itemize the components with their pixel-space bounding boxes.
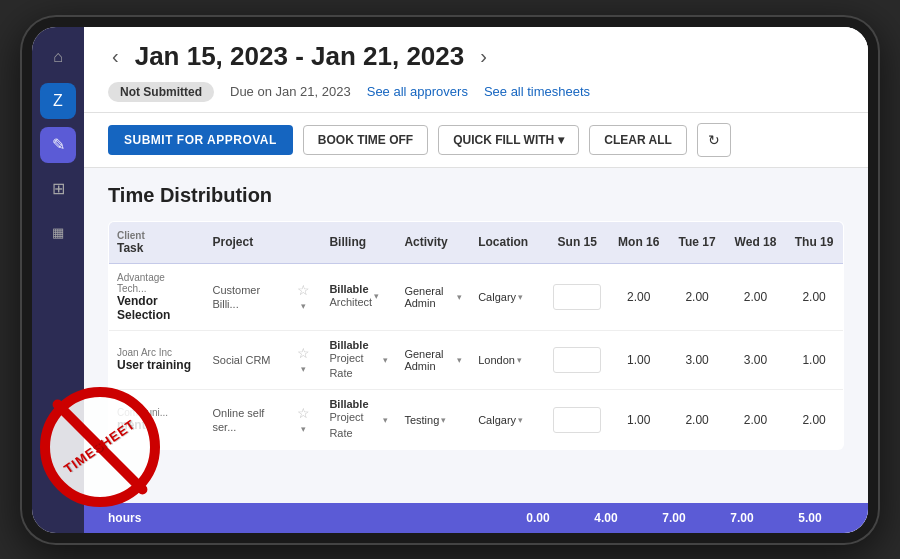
cell-project-2: Online self ser... <box>204 390 285 450</box>
cell-billing-1: Billable Project Rate ▾ <box>321 330 396 390</box>
due-date-text: Due on Jan 21, 2023 <box>230 84 351 99</box>
col-header-activity: Activity <box>396 221 470 263</box>
sidebar-item-edit[interactable]: ✎ <box>40 127 76 163</box>
cell-wed18-2: 2.00 <box>726 390 785 450</box>
tablet-frame: ⌂ Z ✎ ⊞ ▦ ‹ Jan 15, 2023 - Jan 21, 2023 … <box>20 15 880 545</box>
chevron-down-icon: ▾ <box>558 133 564 147</box>
cell-project-1: Social CRM <box>204 330 285 390</box>
cell-location-2[interactable]: Calgary ▾ <box>470 390 545 450</box>
col-header-thu19: Thu 19 <box>785 221 843 263</box>
cell-billing-2: Billable Project Rate ▾ <box>321 390 396 450</box>
cell-wed18-0: 2.00 <box>726 263 785 330</box>
cell-activity-0[interactable]: General Admin ▾ <box>396 263 470 330</box>
billing-dropdown-arrow[interactable]: ▾ <box>301 424 306 434</box>
star-icon[interactable]: ☆ <box>297 405 310 421</box>
prev-arrow-button[interactable]: ‹ <box>108 45 123 68</box>
next-arrow-button[interactable]: › <box>476 45 491 68</box>
cell-project-0: Customer Billi... <box>204 263 285 330</box>
activity-arrow-icon[interactable]: ▾ <box>441 415 446 425</box>
table-header-row: Client Task Project Billing Activity Loc… <box>109 221 844 263</box>
billing-dropdown-arrow[interactable]: ▾ <box>301 301 306 311</box>
activity-arrow-icon[interactable]: ▾ <box>457 292 462 302</box>
activity-arrow-icon[interactable]: ▾ <box>457 355 462 365</box>
billing-arrow-icon[interactable]: ▾ <box>374 291 379 301</box>
cell-client-task-1: Joan Arc Inc User training <box>109 330 205 390</box>
col-header-mon16: Mon 16 <box>609 221 668 263</box>
hours-input-sun15[interactable] <box>553 284 601 310</box>
see-all-timesheets-link[interactable]: See all timesheets <box>484 84 590 99</box>
cell-sun15-1[interactable] <box>545 330 609 390</box>
cell-mon16-2: 1.00 <box>609 390 668 450</box>
col-header-tue17: Tue 17 <box>668 221 726 263</box>
cell-mon16-1: 1.00 <box>609 330 668 390</box>
footer-total-0: 0.00 <box>504 511 572 525</box>
footer-total-3: 7.00 <box>708 511 776 525</box>
table-row: Joan Arc Inc User training Social CRM ☆ … <box>109 330 844 390</box>
col-header-billing: Billing <box>321 221 396 263</box>
hours-input-sun15[interactable] <box>553 347 601 373</box>
see-all-approvers-link[interactable]: See all approvers <box>367 84 468 99</box>
clear-all-button[interactable]: CLEAR ALL <box>589 125 687 155</box>
status-row: Not Submitted Due on Jan 21, 2023 See al… <box>108 82 844 102</box>
table-row: Communi... ment Online self ser... ☆ ▾ B… <box>109 390 844 450</box>
date-range-title: Jan 15, 2023 - Jan 21, 2023 <box>135 41 465 72</box>
content-area: Time Distribution Client Task Project Bi… <box>84 168 868 503</box>
footer-total-2: 7.00 <box>640 511 708 525</box>
col-header-wed18: Wed 18 <box>726 221 785 263</box>
cell-tue17-1: 3.00 <box>668 330 726 390</box>
location-arrow-icon[interactable]: ▾ <box>518 292 523 302</box>
quick-fill-button[interactable]: QUICK FILL WITH ▾ <box>438 125 579 155</box>
refresh-button[interactable]: ↻ <box>697 123 731 157</box>
table-row: Advantage Tech... Vendor Selection Custo… <box>109 263 844 330</box>
sidebar-item-home[interactable]: ⌂ <box>40 39 76 75</box>
star-icon[interactable]: ☆ <box>297 345 310 361</box>
cell-wed18-1: 3.00 <box>726 330 785 390</box>
cell-thu19-0: 2.00 <box>785 263 843 330</box>
footer-hours-label: hours <box>108 511 308 525</box>
cell-star-0[interactable]: ☆ ▾ <box>285 263 321 330</box>
col-header-location: Location <box>470 221 545 263</box>
sidebar-item-z[interactable]: Z <box>40 83 76 119</box>
hours-input-sun15[interactable] <box>553 407 601 433</box>
toolbar: SUBMIT FOR APPROVAL BOOK TIME OFF QUICK … <box>84 113 868 168</box>
cell-location-1[interactable]: London ▾ <box>470 330 545 390</box>
cell-location-0[interactable]: Calgary ▾ <box>470 263 545 330</box>
cell-mon16-0: 2.00 <box>609 263 668 330</box>
billing-arrow-icon[interactable]: ▾ <box>383 355 388 365</box>
cell-thu19-2: 2.00 <box>785 390 843 450</box>
time-distribution-table: Client Task Project Billing Activity Loc… <box>108 221 844 451</box>
cell-tue17-2: 2.00 <box>668 390 726 450</box>
status-badge: Not Submitted <box>108 82 214 102</box>
col-header-client: Client Task <box>109 221 205 263</box>
cell-sun15-2[interactable] <box>545 390 609 450</box>
billing-arrow-icon[interactable]: ▾ <box>383 415 388 425</box>
sidebar-item-grid[interactable]: ⊞ <box>40 171 76 207</box>
cell-star-2[interactable]: ☆ ▾ <box>285 390 321 450</box>
cell-tue17-0: 2.00 <box>668 263 726 330</box>
location-arrow-icon[interactable]: ▾ <box>517 355 522 365</box>
cell-client-task-0: Advantage Tech... Vendor Selection <box>109 263 205 330</box>
section-title: Time Distribution <box>108 184 844 207</box>
star-icon[interactable]: ☆ <box>297 282 310 298</box>
cell-activity-2[interactable]: Testing ▾ <box>396 390 470 450</box>
submit-approval-button[interactable]: SUBMIT FOR APPROVAL <box>108 125 293 155</box>
main-content: ‹ Jan 15, 2023 - Jan 21, 2023 › Not Subm… <box>84 27 868 533</box>
cell-sun15-0[interactable] <box>545 263 609 330</box>
cell-activity-1[interactable]: General Admin ▾ <box>396 330 470 390</box>
sidebar-item-chart[interactable]: ▦ <box>40 215 76 251</box>
billing-dropdown-arrow[interactable]: ▾ <box>301 364 306 374</box>
date-nav: ‹ Jan 15, 2023 - Jan 21, 2023 › <box>108 41 844 72</box>
footer-total-4: 5.00 <box>776 511 844 525</box>
col-header-project: Project <box>204 221 285 263</box>
cell-client-task-2: Communi... ment <box>109 390 205 450</box>
footer-totals-row: hours0.004.007.007.005.00 <box>84 503 868 533</box>
cell-star-1[interactable]: ☆ ▾ <box>285 330 321 390</box>
book-time-off-button[interactable]: BOOK TIME OFF <box>303 125 428 155</box>
header-bar: ‹ Jan 15, 2023 - Jan 21, 2023 › Not Subm… <box>84 27 868 113</box>
cell-billing-0: Billable Architect ▾ <box>321 263 396 330</box>
sidebar: ⌂ Z ✎ ⊞ ▦ <box>32 27 84 533</box>
cell-thu19-1: 1.00 <box>785 330 843 390</box>
location-arrow-icon[interactable]: ▾ <box>518 415 523 425</box>
footer-total-1: 4.00 <box>572 511 640 525</box>
col-header-star <box>285 221 321 263</box>
